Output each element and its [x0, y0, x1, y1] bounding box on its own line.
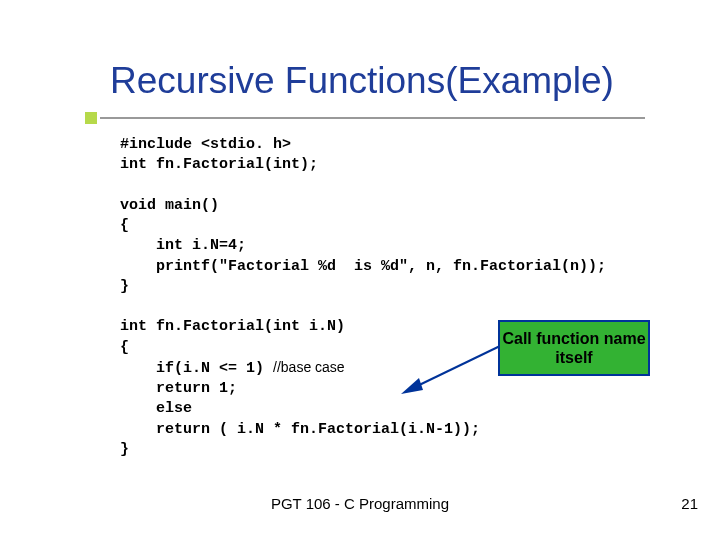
code-line: else	[120, 400, 192, 417]
code-line: void main()	[120, 197, 219, 214]
page-number: 21	[681, 495, 698, 512]
code-line: }	[120, 441, 129, 458]
footer-text: PGT 106 - C Programming	[0, 495, 720, 512]
code-line: return ( i.N * fn.Factorial(i.N-1));	[120, 421, 480, 438]
code-line: printf("Factorial %d is %d", n, fn.Facto…	[120, 258, 606, 275]
code-line: {	[120, 217, 129, 234]
callout-box: Call function name itself	[498, 320, 650, 376]
code-line: int i.N=4;	[120, 237, 246, 254]
callout-arrow	[395, 340, 505, 395]
callout-text: Call function name itself	[500, 329, 648, 367]
slide: Recursive Functions(Example) #include <s…	[0, 0, 720, 540]
code-comment: //base case	[273, 359, 345, 375]
title-bullet	[85, 112, 97, 124]
code-line: if(i.N <= 1)	[120, 360, 273, 377]
code-line: return 1;	[120, 380, 237, 397]
code-line: #include <stdio. h>	[120, 136, 291, 153]
code-line: }	[120, 278, 129, 295]
code-line: {	[120, 339, 129, 356]
code-line: int fn.Factorial(int i.N)	[120, 318, 345, 335]
svg-marker-1	[401, 378, 423, 394]
code-line: int fn.Factorial(int);	[120, 156, 318, 173]
code-block: #include <stdio. h> int fn.Factorial(int…	[120, 135, 606, 460]
svg-line-0	[413, 346, 500, 388]
slide-title: Recursive Functions(Example)	[110, 60, 614, 102]
title-underline	[100, 117, 645, 119]
